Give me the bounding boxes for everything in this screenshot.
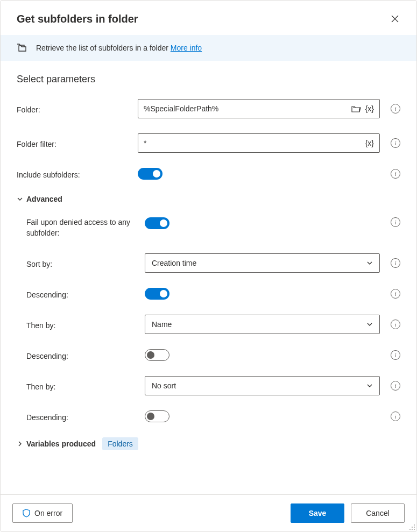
sort-by-select[interactable]: Creation time xyxy=(145,253,380,273)
chevron-down-icon xyxy=(366,321,373,328)
svg-point-0 xyxy=(414,524,415,526)
section-title: Select parameters xyxy=(17,74,400,85)
chevron-down-icon xyxy=(366,260,373,266)
info-bar-text: Retrieve the list of subfolders in a fol… xyxy=(36,44,202,52)
chevron-right-icon xyxy=(17,441,23,447)
then-by-1-select[interactable]: Name xyxy=(145,315,380,334)
info-icon[interactable]: i xyxy=(391,381,400,391)
info-icon[interactable]: i xyxy=(391,412,400,421)
variable-picker-icon[interactable]: {x} xyxy=(365,139,374,147)
on-error-button[interactable]: On error xyxy=(12,503,73,523)
info-icon[interactable]: i xyxy=(391,138,400,148)
descending-1-toggle[interactable] xyxy=(145,288,169,300)
then-by-2-label: Then by: xyxy=(26,380,139,391)
fail-denied-toggle[interactable] xyxy=(145,217,169,229)
save-button[interactable]: Save xyxy=(291,503,344,523)
variable-picker-icon[interactable]: {x} xyxy=(365,104,374,113)
fail-denied-label: Fail upon denied access to any subfolder… xyxy=(26,215,139,238)
more-info-link[interactable]: More info xyxy=(171,44,202,52)
descending-1-label: Descending: xyxy=(26,288,139,299)
then-by-1-label: Then by: xyxy=(26,319,139,330)
folders-icon xyxy=(17,42,29,53)
chevron-down-icon xyxy=(17,196,23,202)
descending-3-label: Descending: xyxy=(26,411,139,422)
browse-folder-icon[interactable] xyxy=(351,105,361,112)
sort-by-label: Sort by: xyxy=(26,258,139,268)
folder-filter-label: Folder filter: xyxy=(17,138,132,148)
advanced-section-toggle[interactable]: Advanced xyxy=(17,195,400,203)
cancel-button[interactable]: Cancel xyxy=(351,503,405,523)
dialog-title: Get subfolders in folder xyxy=(17,13,138,25)
close-icon xyxy=(391,15,399,23)
descending-2-toggle[interactable] xyxy=(145,349,169,361)
shield-icon xyxy=(23,509,30,517)
folder-input[interactable]: %SpecialFolderPath% {x} xyxy=(138,99,380,118)
info-icon[interactable]: i xyxy=(391,350,400,360)
folder-filter-input[interactable]: * {x} xyxy=(138,133,380,153)
include-subfolders-toggle[interactable] xyxy=(138,168,162,180)
svg-point-2 xyxy=(412,527,413,528)
info-icon[interactable]: i xyxy=(391,217,400,227)
svg-point-5 xyxy=(409,529,411,530)
svg-point-3 xyxy=(414,529,415,530)
info-icon[interactable]: i xyxy=(391,169,400,179)
info-icon[interactable]: i xyxy=(391,289,400,299)
descending-3-toggle[interactable] xyxy=(145,410,169,422)
then-by-2-select[interactable]: No sort xyxy=(145,376,380,395)
info-icon[interactable]: i xyxy=(391,258,400,268)
descending-2-label: Descending: xyxy=(26,350,139,360)
variables-produced-toggle[interactable]: Variables produced xyxy=(17,439,96,448)
info-icon[interactable]: i xyxy=(391,320,400,329)
resize-grip-icon[interactable] xyxy=(409,524,415,530)
svg-point-4 xyxy=(412,529,413,530)
svg-point-1 xyxy=(414,527,415,528)
include-subfolders-label: Include subfolders: xyxy=(17,168,132,179)
chevron-down-icon xyxy=(366,382,373,389)
folder-label: Folder: xyxy=(17,103,132,114)
variable-badge-folders[interactable]: Folders xyxy=(102,437,138,450)
close-button[interactable] xyxy=(388,12,401,25)
info-bar: Retrieve the list of subfolders in a fol… xyxy=(1,35,416,61)
info-icon[interactable]: i xyxy=(391,104,400,114)
